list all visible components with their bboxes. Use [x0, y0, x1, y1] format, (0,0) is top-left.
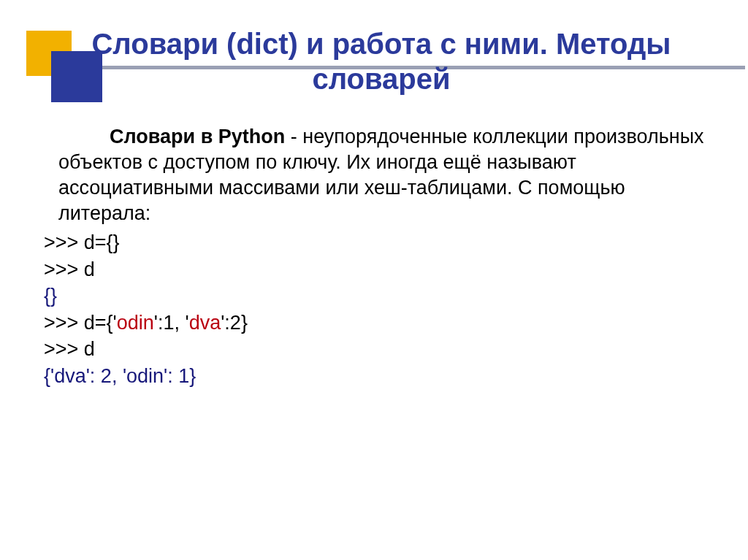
- code-line-5: >>> d: [44, 336, 704, 362]
- slide-title: Словари (dict) и работа с ними. Методы с…: [44, 26, 719, 96]
- intro-lead: Словари в Python: [110, 126, 285, 147]
- slide-content: Словари в Python - неупорядоченные колле…: [44, 124, 704, 389]
- code-line-4: >>> d={'odin':1, 'dva':2}: [44, 310, 704, 336]
- code-line-1: >>> d={}: [44, 229, 704, 256]
- code-line-6: {'dva': 2, 'odin': 1}: [44, 363, 704, 389]
- code-line-2: >>> d: [44, 256, 704, 283]
- intro-paragraph: Словари в Python - неупорядоченные колле…: [58, 124, 704, 226]
- code-line-3: {}: [44, 283, 704, 309]
